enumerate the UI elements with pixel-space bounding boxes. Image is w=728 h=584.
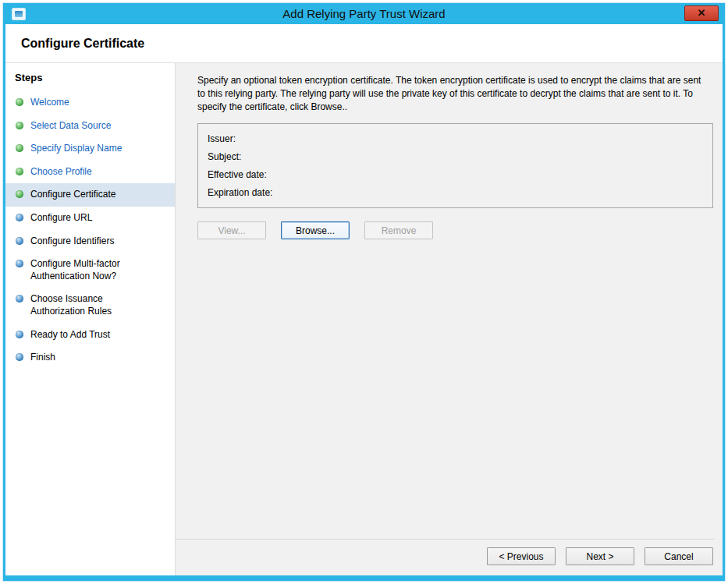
window-title: Add Relying Party Trust Wizard [5, 7, 723, 20]
main-area: Steps Welcome Select Data Source Specify… [5, 63, 723, 575]
step-item[interactable]: Specify Display Name [5, 137, 175, 161]
step-status-icon [16, 144, 23, 152]
titlebar: Add Relying Party Trust Wizard ✕ [5, 3, 723, 24]
wizard-footer: < Previous Next > Cancel [176, 539, 715, 568]
step-label: Welcome [30, 97, 69, 109]
step-item[interactable]: Welcome [5, 91, 175, 115]
step-status-icon [16, 295, 23, 303]
step-status-icon [16, 331, 23, 338]
step-item: Choose Issuance Authorization Rules [5, 288, 175, 323]
page-title: Configure Certificate [21, 37, 707, 51]
step-item: Configure Identifiers [5, 230, 175, 253]
step-item[interactable]: Select Data Source [5, 115, 175, 138]
step-label: Configure Identifiers [30, 235, 114, 248]
wizard-window: Add Relying Party Trust Wizard ✕ Configu… [3, 3, 725, 581]
certificate-details-panel: Issuer: Subject: Effective date: Expirat… [197, 123, 713, 208]
step-label: Specify Display Name [30, 143, 122, 155]
steps-list: Welcome Select Data Source Specify Displ… [5, 91, 175, 370]
content-spacer [197, 239, 715, 539]
step-item: Configure Certificate [5, 183, 175, 207]
steps-heading: Steps [5, 63, 175, 90]
previous-button[interactable]: < Previous [487, 547, 556, 565]
page-description: Specify an optional token encryption cer… [197, 74, 715, 113]
cert-field-subject: Subject: [208, 148, 703, 166]
window-body: Configure Certificate Steps Welcome Sele… [5, 24, 723, 575]
step-status-icon [16, 237, 23, 245]
step-item: Configure URL [5, 207, 175, 230]
step-item: Finish [5, 346, 175, 370]
step-status-icon [16, 214, 23, 221]
browse-button[interactable]: Browse... [281, 221, 350, 239]
step-label: Configure Multi-factor Authentication No… [30, 258, 147, 282]
step-item[interactable]: Choose Profile [5, 161, 175, 184]
step-label: Ready to Add Trust [30, 329, 110, 342]
cert-field-expiration-date: Expiration date: [208, 184, 703, 202]
step-status-icon [16, 122, 23, 129]
step-item: Ready to Add Trust [5, 324, 175, 347]
step-label: Choose Issuance Authorization Rules [30, 293, 147, 317]
step-status-icon [16, 353, 23, 361]
page-header: Configure Certificate [5, 24, 723, 63]
cancel-button[interactable]: Cancel [645, 547, 713, 565]
step-status-icon [16, 98, 23, 106]
cert-field-issuer: Issuer: [208, 130, 703, 148]
step-status-icon [16, 260, 23, 267]
remove-button: Remove [364, 221, 433, 239]
content-pane: Specify an optional token encryption cer… [176, 63, 723, 575]
view-button: View... [197, 221, 266, 239]
step-label: Select Data Source [30, 120, 111, 133]
step-label: Configure Certificate [30, 189, 115, 201]
next-button[interactable]: Next > [566, 547, 634, 565]
close-icon[interactable]: ✕ [684, 5, 719, 21]
step-status-icon [16, 190, 23, 198]
step-label: Choose Profile [30, 166, 92, 179]
certificate-actions: View... Browse... Remove [197, 221, 715, 239]
step-status-icon [16, 168, 23, 175]
steps-sidebar: Steps Welcome Select Data Source Specify… [5, 63, 176, 575]
cert-field-effective-date: Effective date: [208, 166, 703, 184]
step-label: Finish [30, 352, 55, 364]
step-item: Configure Multi-factor Authentication No… [5, 253, 175, 288]
step-label: Configure URL [30, 212, 92, 225]
wizard-icon [12, 8, 26, 20]
